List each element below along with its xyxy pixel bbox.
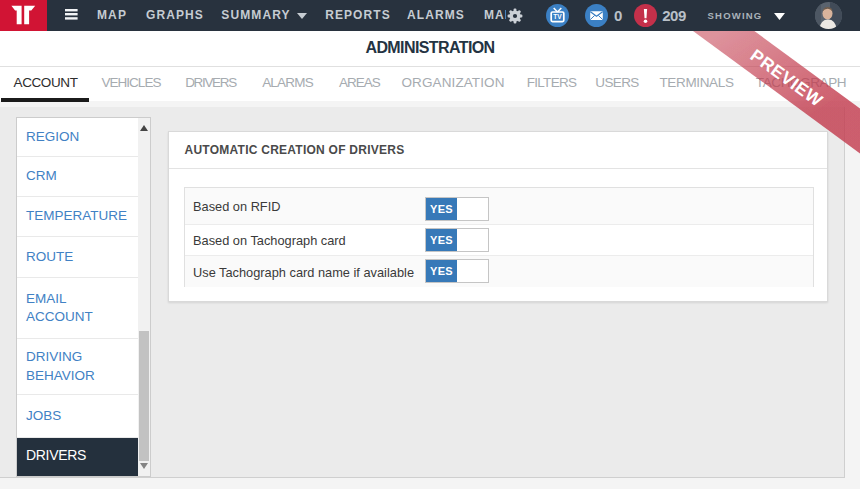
svg-text:TV: TV xyxy=(553,13,562,20)
